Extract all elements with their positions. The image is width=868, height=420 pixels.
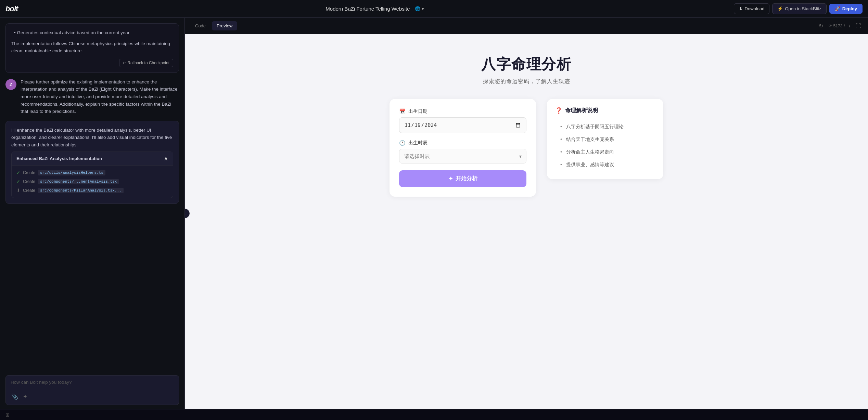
impl-item-2: ✓ Create src/components/...mentAnalysis.…	[16, 177, 168, 186]
time-select-wrapper: 请选择时辰 子时 (23:00-01:00) 丑时 (01:00-03:00) …	[399, 149, 526, 163]
time-field: 🕐 出生时辰 请选择时辰 子时 (23:00-01:00) 丑时 (01:00-…	[399, 140, 526, 163]
implementation-block: Enhanced BaZi Analysis Implementation ∧ …	[11, 152, 173, 198]
collapse-icon: ∧	[164, 155, 168, 162]
chat-input-bottom: 📎 ✦	[11, 393, 174, 401]
chat-input-area: 📎 ✦	[0, 371, 184, 409]
ai-response-block: I'll enhance the BaZi calculator with mo…	[5, 121, 179, 204]
download-button[interactable]: ⬇ Download	[734, 3, 770, 14]
date-field: 📅 出生日期	[399, 108, 526, 133]
file-path-3: src/components/PillarAnalysis.tsx...	[38, 188, 124, 193]
attachment-button[interactable]: 📎	[11, 393, 19, 401]
token-value: 5173	[833, 24, 843, 28]
check-icon-1: ✓	[16, 170, 20, 175]
tab-preview[interactable]: Preview	[212, 21, 237, 30]
project-title: Modern BaZi Fortune Telling Website	[326, 6, 410, 12]
info-title-icon: ❓	[555, 107, 562, 114]
time-icon: 🕐	[399, 140, 406, 146]
sparkle-button[interactable]: ✦	[22, 393, 28, 401]
globe-button[interactable]: 🌐 ▾	[413, 5, 426, 13]
info-item-3: 分析命主人生格局走向	[555, 146, 655, 158]
implementation-header[interactable]: Enhanced BaZi Analysis Implementation ∧	[12, 152, 173, 166]
chat-panel: Generates contextual advice based on the…	[0, 18, 185, 409]
chat-input[interactable]	[11, 380, 174, 390]
check-icon-2: ✓	[16, 179, 20, 184]
chat-input-box: 📎 ✦	[5, 375, 179, 405]
impl-title: Enhanced BaZi Analysis Implementation	[16, 156, 102, 161]
grid-icon[interactable]: ⊞	[5, 412, 10, 418]
rollback-button[interactable]: ↩ Rollback to Checkpoint	[119, 59, 173, 67]
bazi-form-card: 📅 出生日期 🕐 出生时辰	[390, 99, 536, 197]
file-path-1: src/utils/analysisHelpers.ts	[38, 170, 105, 175]
preview-content: 八字命理分析 探索您的命运密码，了解人生轨迹 📅 出生日期	[185, 34, 868, 409]
expand-button[interactable]: ⛶	[854, 22, 863, 30]
sparkle-icon: ✦	[23, 394, 27, 399]
bolt-logo: bolt	[5, 4, 18, 13]
file-path-2: src/components/...mentAnalysis.tsx	[38, 179, 119, 184]
topbar-left: bolt	[5, 4, 18, 13]
info-card-title: ❓ 命理解析说明	[555, 107, 655, 114]
date-label: 📅 出生日期	[399, 108, 526, 115]
rollback-row: ↩ Rollback to Checkpoint	[11, 59, 173, 67]
preview-toolbar-right: ↻ ⟳ 5173 / / ⛶	[817, 21, 863, 30]
info-item-4: 提供事业、感情等建议	[555, 158, 655, 171]
stackblitz-button[interactable]: ⚡ Open in StackBlitz	[772, 3, 826, 14]
preview-panel: Code Preview ↻ ⟳ 5173 / /	[185, 18, 868, 409]
bazi-info-card: ❓ 命理解析说明 八字分析基于阴阳五行理论 结合天干地支生克关系 分析命主人生格…	[547, 99, 663, 179]
analyze-icon: ✦	[448, 175, 453, 182]
topbar-center: Modern BaZi Fortune Telling Website 🌐 ▾	[326, 5, 426, 13]
avatar: Z	[5, 79, 16, 90]
analyze-label: 开始分析	[456, 175, 477, 182]
refresh-icon: ↻	[819, 23, 823, 29]
bazi-subtitle: 探索您的命运密码，了解人生轨迹	[390, 78, 663, 85]
bottom-bar: ⊞	[0, 409, 868, 420]
ai-response-text: I'll enhance the BaZi calculator with mo…	[11, 127, 173, 149]
date-label-text: 出生日期	[408, 108, 427, 115]
main-layout: Generates contextual advice based on the…	[0, 18, 868, 409]
bazi-header: 八字命理分析 探索您的命运密码，了解人生轨迹	[390, 48, 663, 85]
preview-tabs: Code Preview	[190, 21, 237, 30]
topbar-right: ⬇ Download ⚡ Open in StackBlitz 🚀 Deploy	[734, 3, 863, 14]
token-separator: /	[844, 24, 845, 28]
user-text: Please further optimize the existing imp…	[21, 78, 179, 115]
info-item-2: 结合天干地支生克关系	[555, 133, 655, 146]
attachment-icon: 📎	[11, 394, 18, 399]
download-label: Download	[745, 6, 765, 11]
stackblitz-label: Open in StackBlitz	[785, 6, 821, 11]
lightning-icon: ⚡	[777, 6, 783, 11]
impl-item-1: ✓ Create src/utils/analysisHelpers.ts	[16, 168, 168, 177]
bazi-main: 📅 出生日期 🕐 出生时辰	[390, 99, 663, 197]
expand-icon: ⛶	[856, 23, 861, 29]
chevron-down-icon: ▾	[422, 6, 424, 11]
topbar: bolt Modern BaZi Fortune Telling Website…	[0, 0, 868, 18]
assistant-paragraph: The implementation follows Chinese metap…	[11, 40, 173, 55]
deploy-button[interactable]: 🚀 Deploy	[829, 4, 863, 14]
impl-item-3: ⬇ Create src/components/PillarAnalysis.t…	[16, 186, 168, 195]
token-icon: ⟳	[829, 24, 832, 28]
progress-icon-3: ⬇	[16, 188, 20, 193]
info-item-1: 八字分析基于阴阳五行理论	[555, 120, 655, 133]
tab-code[interactable]: Code	[190, 21, 210, 30]
time-label-text: 出生时辰	[408, 140, 427, 146]
time-label: 🕐 出生时辰	[399, 140, 526, 146]
info-title-text: 命理解析说明	[565, 107, 598, 114]
time-select[interactable]: 请选择时辰 子时 (23:00-01:00) 丑时 (01:00-03:00) …	[399, 149, 526, 163]
user-message: Z Please further optimize the existing i…	[5, 78, 179, 115]
date-icon: 📅	[399, 108, 406, 115]
impl-body: ✓ Create src/utils/analysisHelpers.ts ✓ …	[12, 166, 173, 198]
date-input[interactable]	[399, 117, 526, 133]
analyze-button[interactable]: ✦ 开始分析	[399, 170, 526, 187]
url-bar: /	[849, 24, 850, 28]
rocket-icon: 🚀	[835, 6, 840, 11]
download-icon: ⬇	[739, 6, 743, 11]
bazi-title: 八字命理分析	[390, 55, 663, 74]
refresh-button[interactable]: ↻	[817, 21, 825, 30]
chat-input-icons: 📎 ✦	[11, 393, 28, 401]
bazi-container: 八字命理分析 探索您的命运密码，了解人生轨迹 📅 出生日期	[390, 48, 663, 197]
preview-toolbar: Code Preview ↻ ⟳ 5173 / /	[185, 18, 868, 34]
assistant-bullet: Generates contextual advice based on the…	[11, 29, 173, 37]
globe-icon: 🌐	[415, 6, 420, 11]
token-count: ⟳ 5173 /	[829, 24, 845, 28]
chat-messages: Generates contextual advice based on the…	[0, 18, 184, 371]
deploy-label: Deploy	[842, 6, 857, 11]
rollback-label: ↩ Rollback to Checkpoint	[123, 61, 169, 65]
